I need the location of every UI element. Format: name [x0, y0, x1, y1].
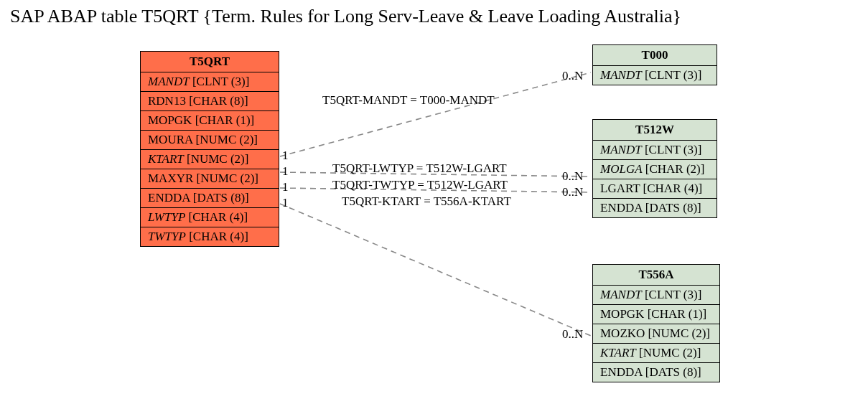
svg-line-3	[280, 204, 591, 336]
entity-t000-title: T000	[593, 45, 717, 66]
diagram-canvas: SAP ABAP table T5QRT {Term. Rules for Lo…	[0, 0, 868, 414]
rel-t512w-twtyp-label: T5QRT-TWTYP = T512W-LGART	[332, 178, 508, 192]
t512w-field-endda: ENDDA [DATS (8)]	[593, 199, 717, 217]
field-mandt: MANDT [CLNT (3)]	[141, 72, 279, 92]
card-left-4: 1	[282, 196, 289, 210]
card-right-2: 0..N	[562, 169, 583, 184]
field-twtyp: TWTYP [CHAR (4)]	[141, 227, 279, 246]
entity-t556a-title: T556A	[593, 265, 719, 286]
field-moura: MOURA [NUMC (2)]	[141, 131, 279, 150]
rel-t556a-label: T5QRT-KTART = T556A-KTART	[342, 194, 511, 209]
svg-line-0	[280, 72, 591, 156]
field-rdn13: RDN13 [CHAR (8)]	[141, 92, 279, 111]
field-ktart: KTART [NUMC (2)]	[141, 150, 279, 169]
rel-t512w-lwtyp-label: T5QRT-LWTYP = T512W-LGART	[332, 161, 507, 176]
entity-t000: T000 MANDT [CLNT (3)]	[592, 44, 717, 85]
card-left-1: 1	[282, 149, 289, 163]
t000-field-mandt: MANDT [CLNT (3)]	[593, 66, 717, 85]
card-right-3: 0..N	[562, 185, 583, 199]
entity-t512w-title: T512W	[593, 120, 717, 141]
page-title: SAP ABAP table T5QRT {Term. Rules for Lo…	[10, 6, 681, 27]
entity-t5qrt-title: T5QRT	[141, 52, 279, 72]
entity-t556a: T556A MANDT [CLNT (3)] MOPGK [CHAR (1)] …	[592, 264, 720, 382]
t556a-field-mopgk: MOPGK [CHAR (1)]	[593, 305, 719, 324]
card-right-1: 0..N	[562, 69, 583, 83]
field-lwtyp: LWTYP [CHAR (4)]	[141, 208, 279, 227]
field-endda: ENDDA [DATS (8)]	[141, 189, 279, 208]
card-left-2: 1	[282, 164, 289, 179]
entity-t5qrt: T5QRT MANDT [CLNT (3)] RDN13 [CHAR (8)] …	[140, 51, 279, 247]
t512w-field-molga: MOLGA [CHAR (2)]	[593, 160, 717, 179]
card-right-4: 0..N	[562, 327, 583, 342]
card-left-3: 1	[282, 180, 289, 194]
t556a-field-endda: ENDDA [DATS (8)]	[593, 363, 719, 382]
entity-t512w: T512W MANDT [CLNT (3)] MOLGA [CHAR (2)] …	[592, 119, 717, 218]
t556a-field-mozko: MOZKO [NUMC (2)]	[593, 324, 719, 344]
t512w-field-lgart: LGART [CHAR (4)]	[593, 179, 717, 199]
field-mopgk: MOPGK [CHAR (1)]	[141, 111, 279, 131]
t556a-field-ktart: KTART [NUMC (2)]	[593, 344, 719, 363]
t512w-field-mandt: MANDT [CLNT (3)]	[593, 141, 717, 160]
rel-t000-label: T5QRT-MANDT = T000-MANDT	[322, 93, 495, 108]
field-maxyr: MAXYR [NUMC (2)]	[141, 169, 279, 189]
t556a-field-mandt: MANDT [CLNT (3)]	[593, 286, 719, 305]
